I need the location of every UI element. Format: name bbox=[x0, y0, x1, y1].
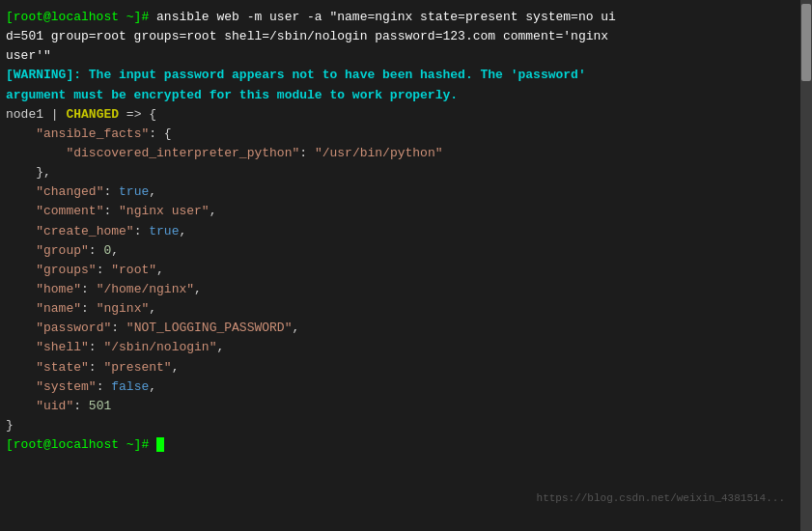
command-line-3: user'" bbox=[6, 46, 795, 66]
json-uid: "uid": 501 bbox=[6, 397, 795, 416]
json-ansible-facts: "ansible_facts": { bbox=[6, 125, 795, 144]
command-line-1: [root@localhost ~]# ansible web -m user … bbox=[6, 8, 795, 27]
scrollbar-thumb[interactable] bbox=[801, 4, 811, 81]
json-close-inner: }, bbox=[6, 163, 795, 182]
scrollbar[interactable] bbox=[800, 0, 812, 531]
json-group: "group": 0, bbox=[6, 241, 795, 261]
json-shell: "shell": "/sbin/nologin", bbox=[6, 338, 795, 357]
json-password: "password": "NOT_LOGGING_PASSWORD", bbox=[6, 319, 795, 338]
json-close-outer: } bbox=[6, 416, 795, 435]
json-state: "state": "present", bbox=[6, 358, 795, 377]
json-name: "name": "nginx", bbox=[6, 299, 795, 319]
final-prompt-line: [root@localhost ~]# bbox=[6, 435, 795, 455]
warning-line-2: argument must be encrypted for this modu… bbox=[6, 86, 795, 105]
watermark: https://blog.csdn.net/weixin_4381514... bbox=[537, 492, 785, 504]
json-discovered: "discovered_interpreter_python": "/usr/b… bbox=[6, 144, 795, 163]
command-line-2: d=501 group=root groups=root shell=/sbin… bbox=[6, 27, 795, 46]
terminal-window: [root@localhost ~]# ansible web -m user … bbox=[0, 0, 800, 531]
json-comment: "comment": "nginx user", bbox=[6, 202, 795, 221]
json-home: "home": "/home/nginx", bbox=[6, 280, 795, 299]
json-groups: "groups": "root", bbox=[6, 261, 795, 280]
cursor bbox=[156, 437, 164, 452]
json-changed: "changed": true, bbox=[6, 182, 795, 202]
node-changed-line: node1 | CHANGED => { bbox=[6, 105, 795, 125]
json-create-home: "create_home": true, bbox=[6, 222, 795, 241]
warning-line-1: [WARNING]: The input password appears no… bbox=[6, 66, 795, 85]
json-system: "system": false, bbox=[6, 377, 795, 397]
